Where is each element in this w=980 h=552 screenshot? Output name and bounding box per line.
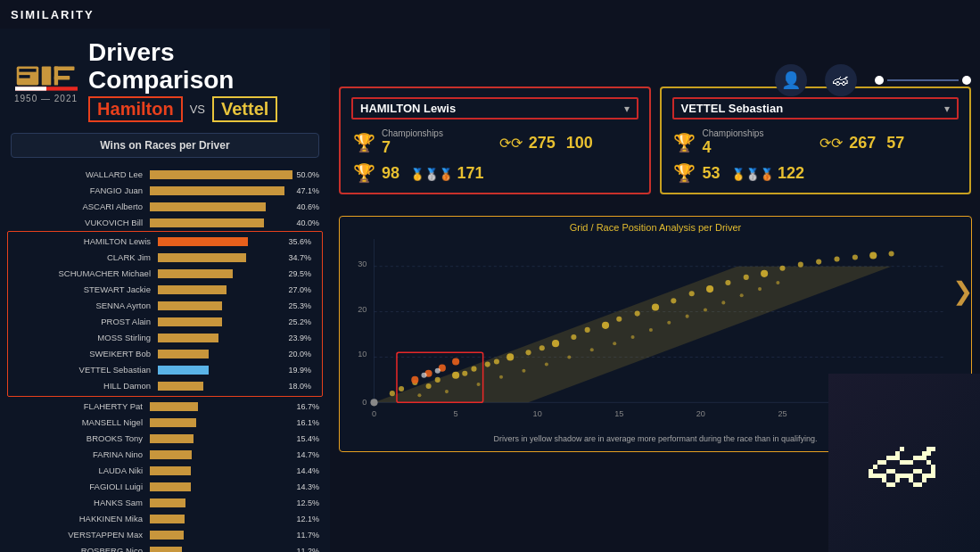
slider[interactable] — [875, 76, 971, 85]
svg-point-73 — [704, 308, 707, 311]
svg-text:0: 0 — [372, 409, 376, 418]
hamilton-laps-value: 275 — [529, 134, 556, 152]
svg-point-70 — [649, 328, 653, 332]
driver-name-label: SCHUMACHER Michael — [44, 268, 151, 278]
bar-container — [158, 334, 284, 342]
svg-point-69 — [631, 335, 635, 339]
svg-point-41 — [571, 334, 576, 340]
win-percentage: 40.0% — [296, 218, 319, 227]
list-item[interactable]: ASCARI Alberto40.6% — [0, 199, 330, 215]
driver-name-label: SENNA Ayrton — [44, 301, 151, 310]
svg-point-64 — [522, 369, 525, 373]
list-item[interactable]: VETTEL Sebastian19.9% — [8, 362, 322, 378]
wins-panel-button[interactable]: Wins on Races per Driver — [11, 133, 319, 158]
championship-icon: 🏆 — [351, 132, 376, 153]
win-bar — [158, 366, 209, 375]
svg-point-38 — [525, 350, 531, 355]
list-item[interactable]: FAGIOLI Luigi14.3% — [0, 479, 330, 495]
bar-container — [158, 285, 284, 294]
bar-container — [150, 418, 292, 427]
driver-name-label: LAUDA Niki — [36, 465, 143, 475]
hamilton-wins-stat: 🏆 98 🥇🥈🥉 171 — [351, 162, 491, 184]
win-bar — [150, 418, 196, 427]
chevron-right-button[interactable]: ❯ — [952, 276, 973, 305]
driver-list-container: WALLARD Lee50.0%FANGIO Juan47.1%ASCARI A… — [0, 167, 330, 552]
win-percentage: 27.0% — [288, 285, 311, 294]
bar-container — [158, 366, 284, 375]
win-bar — [158, 253, 246, 262]
list-item[interactable]: VUKOVICH Bill40.0% — [0, 215, 330, 231]
bar-container — [150, 202, 292, 211]
bar-container — [150, 466, 292, 475]
hamilton-stats: 🏆 Championships 7 ⟳⟳ 275 100 — [351, 128, 638, 184]
svg-point-45 — [635, 311, 640, 317]
hamilton-dropdown-name: HAMILTON Lewis — [360, 102, 456, 115]
win-percentage: 12.1% — [296, 515, 319, 523]
vettel-dropdown[interactable]: VETTEL Sebastian ▾ — [672, 97, 959, 119]
list-item[interactable]: LAUDA Niki14.4% — [0, 463, 330, 479]
driver-list: WALLARD Lee50.0%FANGIO Juan47.1%ASCARI A… — [0, 165, 330, 552]
svg-point-72 — [686, 315, 689, 318]
win-percentage: 25.2% — [288, 317, 311, 326]
f1-years: 1950 — 2021 — [14, 94, 78, 103]
list-item[interactable]: HILL Damon18.0% — [8, 378, 322, 394]
list-item[interactable]: BROOKS Tony15.4% — [0, 431, 330, 447]
hamilton-podiums-icon-value: 100 — [566, 134, 593, 152]
bar-container — [150, 170, 292, 179]
list-item[interactable]: SWEIKERT Bob20.0% — [8, 346, 322, 362]
championship-icon-vettel: 🏆 — [672, 132, 697, 153]
svg-point-28 — [399, 386, 404, 391]
list-item[interactable]: FARINA Nino14.7% — [0, 447, 330, 463]
svg-point-61 — [445, 390, 449, 393]
win-percentage: 29.5% — [288, 269, 311, 278]
driver-name-label: STEWART Jackie — [44, 284, 151, 294]
slider-dot-right — [962, 76, 971, 85]
svg-point-77 — [776, 281, 779, 284]
f1-header: 1950 — 2021 Drivers Comparison Hamilton … — [0, 29, 330, 129]
list-item[interactable]: SCHUMACHER Michael29.5% — [8, 266, 322, 282]
vettel-dropdown-arrow: ▾ — [944, 103, 950, 115]
list-item[interactable]: PROST Alain25.2% — [8, 314, 322, 330]
list-item[interactable]: MOSS Stirling23.9% — [8, 330, 322, 346]
championships-label: Championships — [382, 128, 443, 138]
list-item[interactable]: HANKS Sam12.5% — [0, 495, 330, 511]
vettel-laps-value: 267 — [849, 134, 876, 152]
win-bar — [158, 317, 222, 326]
win-bar — [158, 382, 203, 391]
list-item[interactable]: VERSTAPPEN Max11.7% — [0, 527, 330, 543]
win-bar — [150, 466, 191, 475]
win-bar — [158, 301, 222, 310]
list-item[interactable]: FLAHERTY Pat16.7% — [0, 399, 330, 415]
car-icon-button[interactable]: 🏎 — [825, 64, 857, 96]
svg-point-42 — [585, 327, 590, 333]
list-item[interactable]: ROSBERG Nico11.2% — [0, 543, 330, 552]
vettel-championships-stat: 🏆 Championships 4 — [672, 128, 812, 157]
svg-point-58 — [869, 251, 877, 259]
svg-point-37 — [506, 353, 514, 360]
person-icon-button[interactable]: 👤 — [775, 64, 807, 96]
hamilton-dropdown[interactable]: HAMILTON Lewis ▾ — [351, 97, 638, 119]
slider-track-line — [887, 79, 959, 81]
list-item[interactable]: SENNA Ayrton25.3% — [8, 298, 322, 314]
list-item[interactable]: WALLARD Lee50.0% — [0, 167, 330, 183]
list-item[interactable]: STEWART Jackie27.0% — [8, 282, 322, 298]
podium-icon-vettel: 🥇🥈🥉 — [731, 168, 774, 181]
list-item[interactable]: MANSELL Nigel16.1% — [0, 415, 330, 431]
list-item[interactable]: HAKKINEN Mika12.1% — [0, 511, 330, 527]
bar-container — [150, 218, 292, 227]
car-image: 🏎 — [828, 374, 980, 552]
win-bar — [158, 285, 226, 294]
svg-point-36 — [494, 358, 499, 364]
svg-point-31 — [435, 377, 441, 383]
svg-point-59 — [889, 251, 894, 256]
list-item[interactable]: FANGIO Juan47.1% — [0, 183, 330, 199]
list-item[interactable]: CLARK Jim34.7% — [8, 250, 322, 266]
svg-point-66 — [567, 355, 571, 358]
svg-point-50 — [725, 280, 730, 285]
svg-point-54 — [798, 262, 803, 268]
driver-name-label: VERSTAPPEN Max — [36, 530, 143, 540]
svg-point-51 — [744, 275, 749, 280]
bar-container — [158, 269, 284, 278]
win-percentage: 23.9% — [288, 334, 311, 342]
list-item[interactable]: HAMILTON Lewis35.6% — [8, 234, 322, 250]
